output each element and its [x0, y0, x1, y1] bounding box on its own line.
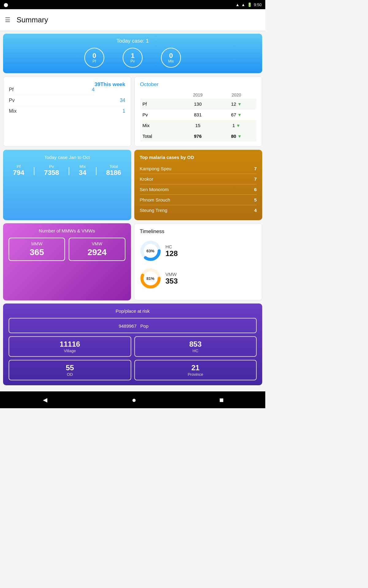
oct-col-2019: 2019: [179, 91, 217, 99]
vmw-donut: 81%: [140, 268, 161, 289]
week-pf-label: Pf: [9, 87, 13, 92]
pop-main-label: Pop: [140, 323, 148, 329]
oct-pf-2019: 130: [179, 99, 217, 109]
hc-donut: 63%: [140, 240, 161, 262]
status-dot: ⬤: [4, 2, 8, 7]
this-week-card: This week 39 Pf 4 Pv 34 Mix 1: [3, 76, 131, 147]
jan-oct-card: Today case Jan to Oct Pf 794 | Pv 7358 |…: [3, 150, 131, 220]
tm-val-2: 6: [254, 187, 257, 192]
oct-total-2020: 80▼: [217, 131, 257, 141]
mmw-vmw-box: VMW 2924: [69, 238, 125, 261]
pop-hc-value: 853: [138, 340, 253, 349]
jan-pf-label: Pf: [13, 164, 24, 169]
today-case-card: Today case: 1 0 Pf 1 Pv 0 Mix: [3, 34, 262, 73]
jan-mix-label: Mix: [79, 164, 86, 169]
sep1: |: [33, 166, 35, 175]
oct-mix-2020: 1▼: [217, 120, 257, 131]
mmw-mmw-label: MMW: [15, 241, 58, 246]
oct-pv-2019: 831: [179, 109, 217, 120]
today-pf-value: 0: [92, 52, 96, 59]
bottom-nav: ◄ ● ■: [0, 391, 265, 408]
oct-col-2020: 2020: [217, 91, 257, 99]
oct-mix-row: Mix 15 1▼: [140, 120, 257, 131]
october-card: October 2019 2020 Pf 130 12▼: [134, 76, 263, 147]
tm-val-4: 4: [254, 208, 257, 213]
today-circle-pf: 0 Pf: [84, 48, 104, 68]
mmw-mmw-box: MMW 365: [9, 238, 65, 261]
today-circle-pv: 1 Pv: [123, 48, 143, 68]
status-bar: ⬤ ▲ ▲ 🔋 9:50: [0, 0, 265, 9]
sep2: |: [68, 166, 70, 175]
tm-label-3: Phnom Srouch: [140, 197, 170, 202]
pop-village-label: Village: [12, 349, 128, 353]
jan-mix-stat: Mix 34: [79, 164, 86, 177]
tl-hc-count: 128: [166, 249, 178, 258]
today-pv-value: 1: [131, 52, 134, 59]
pop-od-box: 55 OD: [9, 360, 131, 380]
top-malaria-title: Top malaria cases by OD: [140, 155, 257, 160]
oct-total-label: Total: [140, 131, 179, 141]
hamburger-icon[interactable]: ☰: [5, 16, 10, 24]
status-time: 9:50: [254, 2, 262, 7]
pop-od-value: 55: [12, 364, 128, 372]
tm-row-1: Krokor 7: [140, 174, 257, 184]
today-case-title: Today case: 1: [9, 38, 256, 44]
oct-pf-label: Pf: [140, 99, 179, 109]
tm-label-4: Steung Treng: [140, 208, 167, 213]
pop-main-value: 9489967: [119, 323, 136, 329]
oct-col-label: [140, 91, 179, 99]
top-bar: ☰ Summary: [0, 9, 265, 31]
pop-village-value: 11116: [12, 340, 128, 349]
tm-row-4: Steung Treng 4: [140, 205, 257, 215]
jan-oct-title: Today case Jan to Oct: [9, 155, 126, 160]
oct-pv-2020: 67▼: [217, 109, 257, 120]
jan-oct-stats: Pf 794 | Pv 7358 | Mix 34 | Total 8186: [9, 164, 126, 177]
wifi-icon: ▲: [236, 2, 240, 7]
week-mix-row: Mix 1: [9, 106, 125, 116]
today-pv-label: Pv: [130, 59, 135, 63]
oct-mix-label: Mix: [140, 120, 179, 131]
tm-row-3: Phnom Srouch 5: [140, 195, 257, 205]
october-title: October: [140, 81, 257, 88]
tm-label-1: Krokor: [140, 176, 153, 182]
pop-province-label: Province: [138, 372, 253, 377]
today-mix-label: Mix: [168, 59, 174, 63]
pop-hc-label: HC: [138, 349, 253, 353]
tm-label-0: Kampong Speu: [140, 166, 171, 171]
timeliness-title: Timeliness: [140, 228, 257, 235]
oct-pv-row: Pv 831 67▼: [140, 109, 257, 120]
main-content: Today case: 1 0 Pf 1 Pv 0 Mix This week …: [0, 31, 265, 388]
recents-square-icon[interactable]: ■: [219, 396, 224, 404]
tl-vmw-row: 81% VMW 353: [140, 268, 257, 289]
mmw-timeliness-row: Number of MMWs & VMWs MMW 365 VMW 2924 T…: [3, 223, 262, 300]
tl-hc-row: 63% HC 128: [140, 240, 257, 262]
tm-row-2: Sen Monorom 6: [140, 184, 257, 195]
home-circle-icon[interactable]: ●: [132, 396, 136, 404]
jan-total-stat: Total 8186: [106, 164, 121, 177]
tl-vmw-count: 353: [166, 277, 178, 285]
tl-hc-info: HC 128: [166, 244, 178, 258]
battery-icon: 🔋: [247, 2, 252, 7]
this-week-total: 39: [94, 81, 100, 88]
page-title: Summary: [17, 16, 48, 24]
week-pv-value: 34: [120, 98, 125, 103]
today-circle-mix: 0 Mix: [161, 48, 181, 68]
october-table: 2019 2020 Pf 130 12▼ Pv 831: [140, 91, 257, 141]
pop-card: Pop/place at risk 9489967 Pop 11116 Vill…: [3, 303, 262, 385]
jan-malaria-row: Today case Jan to Oct Pf 794 | Pv 7358 |…: [3, 150, 262, 220]
vmw-donut-pct: 81%: [146, 276, 154, 281]
oct-pf-row: Pf 130 12▼: [140, 99, 257, 109]
sep3: |: [95, 166, 97, 175]
mmw-boxes: MMW 365 VMW 2924: [9, 238, 125, 261]
tl-hc-type: HC: [166, 244, 178, 249]
tm-val-1: 7: [254, 176, 257, 182]
hc-donut-pct: 63%: [146, 249, 154, 253]
oct-total-2019: 976: [179, 131, 217, 141]
week-october-row: This week 39 Pf 4 Pv 34 Mix 1 October: [3, 76, 262, 147]
oct-mix-2019: 15: [179, 120, 217, 131]
pop-main-box: 9489967 Pop: [9, 318, 257, 333]
mmw-vmw-value: 2924: [75, 247, 118, 257]
back-arrow-icon[interactable]: ◄: [41, 396, 49, 404]
today-circles: 0 Pf 1 Pv 0 Mix: [9, 48, 256, 68]
tm-val-0: 7: [254, 166, 257, 171]
